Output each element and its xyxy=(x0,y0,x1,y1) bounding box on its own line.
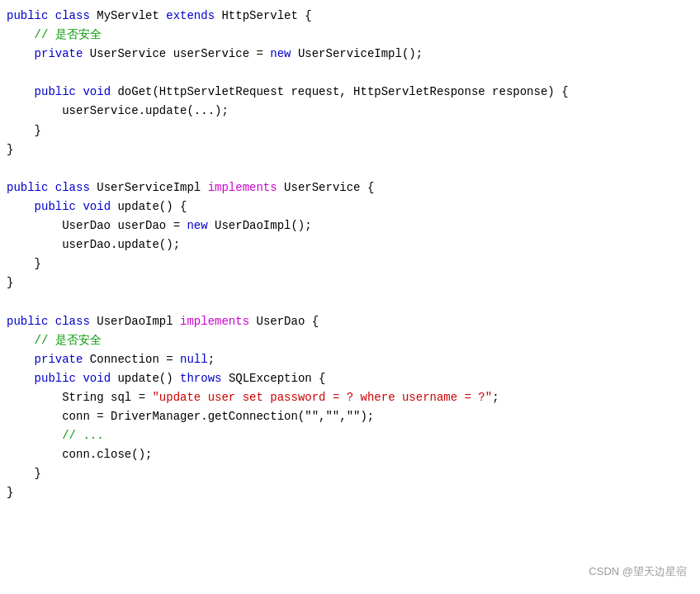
sql-username: username = ?" xyxy=(395,391,493,404)
indent2 xyxy=(7,200,35,213)
code-line-23: // ... xyxy=(0,426,700,445)
code-line-19: private Connection = null; xyxy=(0,350,700,369)
code-line-25: } xyxy=(0,464,700,483)
close-brace-class3: } xyxy=(7,486,13,499)
sql-user: user xyxy=(201,391,242,404)
watermark: CSDN @望天边星宿 xyxy=(589,563,687,581)
indent5 xyxy=(7,372,35,385)
code-line-11: public void update() { xyxy=(0,197,700,216)
classname-userserviceimpl: UserServiceImpl xyxy=(97,181,207,194)
new-userserviceimpl: UserServiceImpl(); xyxy=(298,47,423,60)
exception-sqlexception: SQLException { xyxy=(229,372,326,385)
kw-class2: class xyxy=(55,181,97,194)
code-line-18: // 是否安全 xyxy=(0,331,700,350)
comment-safe1: // 是否安全 xyxy=(35,28,102,41)
field-userservice: UserService userService = xyxy=(90,47,270,60)
indent6: String sql = xyxy=(7,391,152,404)
code-line-12: UserDao userDao = new UserDaoImpl(); xyxy=(0,216,700,235)
sql-set: set xyxy=(243,391,263,404)
close-brace-class1: } xyxy=(7,143,13,156)
sql-where: where xyxy=(361,391,395,404)
classname-myservlet: MyServlet xyxy=(97,9,166,22)
kw-private: private xyxy=(35,47,90,60)
code-line-empty-1 xyxy=(0,64,700,83)
indent xyxy=(7,85,35,98)
code-line-empty-2 xyxy=(0,159,700,178)
call-userdao-update: userDao.update(); xyxy=(7,238,180,251)
close-brace-2: } xyxy=(7,257,41,270)
method-update2: update() xyxy=(117,372,180,385)
code-line-20: public void update() throws SQLException… xyxy=(0,369,700,388)
classname-userdaoimpl: UserDaoImpl xyxy=(97,315,180,328)
method-update1: update() { xyxy=(117,200,187,213)
kw-new: new xyxy=(270,47,298,60)
code-line-5: public void doGet(HttpServletRequest req… xyxy=(0,83,700,102)
code-line-15: } xyxy=(0,273,700,292)
kw-implements2: implements xyxy=(180,315,256,328)
kw-void3: void xyxy=(83,372,117,385)
kw-public5: public xyxy=(7,315,55,328)
indent xyxy=(7,28,35,41)
code-line-7: } xyxy=(0,121,700,140)
kw-class3: class xyxy=(55,315,97,328)
iface-userdao: UserDao { xyxy=(256,315,319,328)
code-line-22: conn = DriverManager.getConnection("",""… xyxy=(0,407,700,426)
code-line-empty-3 xyxy=(0,292,700,311)
sql-password: password = ? xyxy=(263,391,361,404)
indent7 xyxy=(7,429,62,442)
method-doget: doGet(HttpServletRequest request, HttpSe… xyxy=(117,85,568,98)
kw-public4: public xyxy=(35,200,83,213)
kw-private2: private xyxy=(35,353,90,366)
code-line-8: } xyxy=(0,140,700,159)
string-quote-open: " xyxy=(152,391,158,404)
comment-safe2: // 是否安全 xyxy=(35,334,102,347)
sql-update: update xyxy=(159,391,201,404)
var-userdao: UserDao userDao = xyxy=(7,219,187,232)
code-line-3: private UserService userService = new Us… xyxy=(0,45,700,64)
classname-httpservlet: HttpServlet { xyxy=(221,9,311,22)
code-line-6: userService.update(...); xyxy=(0,102,700,121)
code-viewer: public class MyServlet extends HttpServl… xyxy=(0,0,700,509)
close-brace-1: } xyxy=(7,124,41,137)
close-brace-3: } xyxy=(7,467,41,480)
code-line-14: } xyxy=(0,254,700,273)
indent4 xyxy=(7,353,35,366)
keyword-class: class xyxy=(55,9,97,22)
code-line-2: // 是否安全 xyxy=(0,26,700,45)
kw-implements1: implements xyxy=(208,181,284,194)
field-connection: Connection = xyxy=(90,353,180,366)
call-userservice-update: userService.update(...); xyxy=(7,104,229,117)
keyword-public: public xyxy=(7,9,55,22)
code-line-24: conn.close(); xyxy=(0,445,700,464)
kw-public2: public xyxy=(35,85,83,98)
new-userdaoimpl: UserDaoImpl(); xyxy=(215,219,312,232)
code-line-1: public class MyServlet extends HttpServl… xyxy=(0,7,700,26)
code-line-13: userDao.update(); xyxy=(0,235,700,254)
kw-throws: throws xyxy=(180,372,229,385)
kw-null: null xyxy=(180,353,208,366)
keyword-extends: extends xyxy=(166,9,221,22)
indent xyxy=(7,47,35,60)
kw-public3: public xyxy=(7,181,55,194)
semicolon1: ; xyxy=(208,353,215,366)
conn-getconnection: conn = DriverManager.getConnection("",""… xyxy=(7,410,374,423)
code-line-21: String sql = "update user set password =… xyxy=(0,388,700,407)
kw-public6: public xyxy=(35,372,83,385)
kw-void2: void xyxy=(83,200,117,213)
code-line-26: } xyxy=(0,483,700,502)
kw-void: void xyxy=(83,85,117,98)
code-line-17: public class UserDaoImpl implements User… xyxy=(0,312,700,331)
close-brace-class2: } xyxy=(7,276,13,289)
code-line-10: public class UserServiceImpl implements … xyxy=(0,178,700,197)
kw-new2: new xyxy=(187,219,215,232)
indent3 xyxy=(7,334,35,347)
iface-userservice: UserService { xyxy=(284,181,374,194)
semicolon2: ; xyxy=(492,391,499,404)
comment-ellipsis: // ... xyxy=(62,429,103,442)
conn-close: conn.close(); xyxy=(7,448,152,461)
